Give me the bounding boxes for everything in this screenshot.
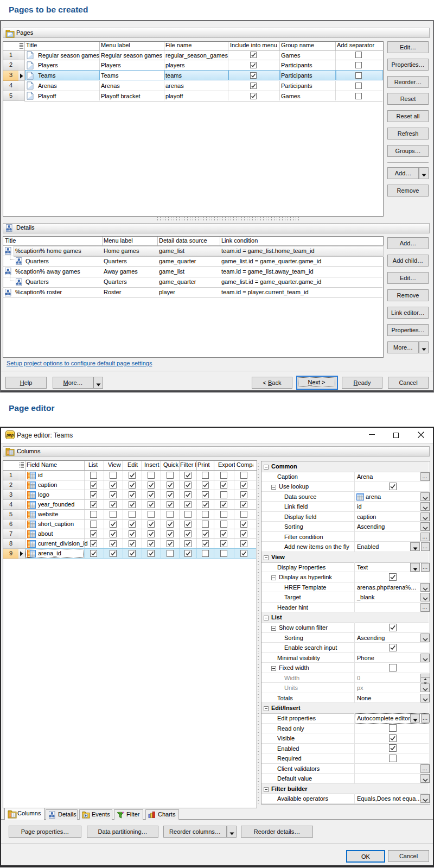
svg-text:php: php <box>6 433 14 438</box>
